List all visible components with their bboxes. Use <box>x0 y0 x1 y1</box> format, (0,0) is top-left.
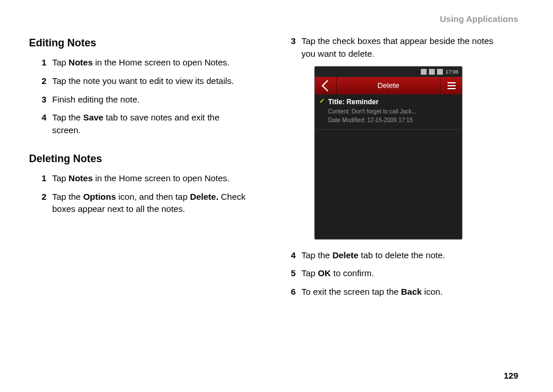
step-text: Tap the Delete tab to delete the note. <box>301 250 445 260</box>
left-column: Editing Notes 1Tap Notes in the Home scr… <box>29 35 249 304</box>
appbar-title: Delete <box>337 77 440 94</box>
step-number: 3 <box>35 93 46 106</box>
page-number: 129 <box>504 371 518 380</box>
step-item: 3Tap the check boxes that appear beside … <box>292 35 499 60</box>
heading-deleting-notes: Deleting Notes <box>29 153 249 165</box>
step-text: Tap Notes in the Home screen to open Not… <box>52 173 230 183</box>
note-date: Date Modified: 12-15-2009 17:15 <box>319 116 457 124</box>
step-number: 6 <box>284 285 296 298</box>
back-arrow-icon <box>321 80 333 91</box>
step-item: 4Tap the Delete tab to delete the note. <box>292 249 499 262</box>
deleting-steps-after: 4Tap the Delete tab to delete the note. … <box>278 249 499 298</box>
step-item: 6To exit the screen tap the Back icon. <box>292 285 499 298</box>
step-text: Tap OK to confirm. <box>301 268 374 278</box>
step-number: 1 <box>35 56 46 69</box>
step-number: 4 <box>284 249 296 262</box>
step-text: Tap the note you want to edit to view it… <box>52 76 234 86</box>
step-item: 2Tap the note you want to edit to view i… <box>43 75 249 87</box>
step-item: 3Finish editing the note. <box>43 93 249 106</box>
checkbox-checked-icon[interactable] <box>319 98 326 105</box>
wifi-icon <box>429 69 435 75</box>
menu-icon <box>448 82 456 89</box>
step-text: Tap the check boxes that appear beside t… <box>301 36 493 58</box>
phone-statusbar: 17:06 <box>315 67 462 77</box>
step-text: To exit the screen tap the Back icon. <box>301 287 443 296</box>
step-text: Tap the Save tab to save notes and exit … <box>52 112 220 135</box>
phone-appbar: Delete <box>315 77 462 94</box>
step-number: 5 <box>284 267 296 280</box>
note-content: Content: Don't forget to call Jack... <box>319 107 457 116</box>
step-item: 1Tap Notes in the Home screen to open No… <box>43 172 249 185</box>
step-text: Finish editing the note. <box>52 94 140 104</box>
step-number: 2 <box>35 190 46 203</box>
phone-body: Title: Reminder Content: Don't forget to… <box>315 94 462 239</box>
step-number: 3 <box>284 35 296 47</box>
step-item: 5Tap OK to confirm. <box>292 267 499 280</box>
heading-editing-notes: Editing Notes <box>29 37 249 49</box>
step-number: 2 <box>35 75 46 87</box>
step-item: 4Tap the Save tab to save notes and exit… <box>43 111 249 137</box>
battery-icon <box>437 69 443 75</box>
step-text: Tap Notes in the Home screen to open Not… <box>52 57 230 67</box>
back-button[interactable] <box>315 77 337 94</box>
right-column: 3Tap the check boxes that appear beside … <box>278 35 499 304</box>
note-title-row: Title: Reminder <box>319 98 457 106</box>
phone-screenshot: 17:06 Delete Title: Reminder Content: Do… <box>314 66 463 240</box>
step-item: 2Tap the Options icon, and then tap Dele… <box>43 190 249 216</box>
step-item: 1Tap Notes in the Home screen to open No… <box>43 56 249 69</box>
step-number: 4 <box>35 111 46 124</box>
status-time: 17:06 <box>445 69 459 75</box>
note-title: Title: Reminder <box>328 98 379 106</box>
editing-steps: 1Tap Notes in the Home screen to open No… <box>29 56 249 137</box>
note-list-item[interactable]: Title: Reminder Content: Don't forget to… <box>315 94 462 130</box>
deleting-steps: 1Tap Notes in the Home screen to open No… <box>29 172 249 215</box>
menu-button[interactable] <box>440 77 462 94</box>
step-text: Tap the Options icon, and then tap Delet… <box>52 192 246 214</box>
running-header: Using Applications <box>440 14 518 24</box>
step-number: 1 <box>35 172 46 185</box>
content-columns: Editing Notes 1Tap Notes in the Home scr… <box>29 35 524 304</box>
signal-icon <box>421 69 427 75</box>
deleting-steps-cont: 3Tap the check boxes that appear beside … <box>278 35 499 60</box>
